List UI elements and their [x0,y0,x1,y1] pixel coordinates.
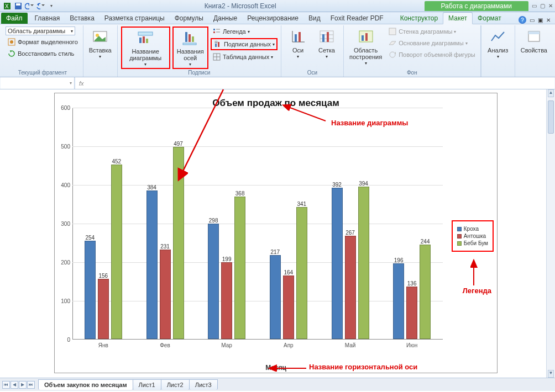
redo-icon[interactable] [35,1,45,11]
plot-area[interactable]: 0100200300400500600Янв254156452Фев384231… [72,108,443,351]
data-table-button[interactable]: Таблица данных▾ [211,52,278,62]
minimize-ribbon-icon[interactable]: ▭ [530,17,535,23]
close-workbook-icon[interactable]: ✕ [546,17,551,23]
ribbon: Область диаграммы▾ Формат выделенного Во… [0,24,555,77]
svg-rect-38 [389,28,396,35]
save-icon[interactable] [13,1,23,11]
tab-page-layout[interactable]: Разметка страницы [100,13,170,24]
data-label: 217 [270,249,280,255]
format-selection-button[interactable]: Формат выделенного [6,37,80,47]
tab-data[interactable]: Данные [208,13,242,24]
scroll-thumb[interactable] [548,100,554,134]
quick-access-toolbar: X ▾ [2,1,56,11]
chart-element-combo[interactable]: Область диаграммы▾ [6,27,75,35]
chart-title-button[interactable]: Название диаграммы▾ [121,27,170,69]
sheet-tab-bar: ⏮ ◀ ▶ ⏭ Объем закупок по месяцам Лист1 Л… [0,378,555,391]
axis-titles-icon [181,29,199,47]
data-labels-button[interactable]: 12Подписи данных▾ [211,38,278,50]
bar[interactable]: 231 [160,250,171,339]
legend-item[interactable]: Антошка [457,233,488,239]
tab-insert[interactable]: Вставка [65,13,100,24]
formula-input[interactable]: fx [76,77,554,89]
rotation-button[interactable]: Поворот объемной фигуры [386,50,477,60]
x-axis-title[interactable]: Месяц [55,364,497,372]
qat-customize-icon[interactable]: ▾ [46,1,56,11]
bar[interactable]: 164 [283,276,294,339]
bar[interactable]: 199 [221,262,232,339]
undo-icon[interactable] [24,1,34,11]
tab-view[interactable]: Вид [303,13,326,24]
plot-area-button[interactable]: Область построения▾ [347,27,384,67]
bar[interactable]: 217 [270,255,281,339]
reset-icon [7,49,16,58]
chart-legend[interactable]: КрохаАнтошкаБеби Бум [452,220,494,252]
bar[interactable]: 298 [208,224,219,339]
sheet-tab-2[interactable]: Лист2 [161,379,190,390]
excel-icon[interactable]: X [2,1,12,11]
tab-formulas[interactable]: Формулы [170,13,208,24]
y-tick: 400 [61,182,70,188]
analysis-button[interactable]: Анализ▾ [485,27,511,60]
tab-foxit[interactable]: Foxit Reader PDF [326,13,389,24]
legend-item[interactable]: Беби Бум [457,240,488,246]
axis-titles-button[interactable]: Названия осей▾ [172,27,208,69]
bar[interactable]: 497 [173,147,184,339]
properties-button[interactable]: Свойства [519,27,549,54]
tab-home[interactable]: Главная [30,13,65,24]
sheet-tab-3[interactable]: Лист3 [189,379,218,390]
bar[interactable]: 254 [85,241,96,339]
bar[interactable]: 392 [332,188,343,339]
sheet-tab-active[interactable]: Объем закупок по месяцам [38,379,133,390]
tab-nav-prev[interactable]: ◀ [11,381,18,389]
chart-object[interactable]: Объем продаж по месяцам 0100200300400500… [54,93,498,373]
tab-file[interactable]: Файл [1,13,28,24]
bar[interactable]: 368 [234,197,245,339]
data-label: 231 [160,243,170,250]
bar[interactable]: 244 [420,245,431,339]
svg-rect-34 [327,32,329,42]
bar[interactable]: 452 [111,165,122,339]
axes-button[interactable]: Оси▾ [285,27,311,60]
legend-swatch [457,241,462,246]
y-tick: 500 [61,144,70,150]
help-icon[interactable]: ? [519,16,526,24]
minimize-icon[interactable]: ▭ [532,3,537,9]
maximize-icon[interactable]: ▢ [540,3,545,9]
name-box[interactable]: ▾ [1,77,75,89]
tab-review[interactable]: Рецензирование [242,13,303,24]
chart-wall-button[interactable]: Стенка диаграммы▾ [386,27,477,36]
insert-button[interactable]: Вставка▾ [87,27,114,60]
svg-rect-13 [189,34,191,42]
gridlines-button[interactable]: Сетка▾ [313,27,340,60]
scroll-up-icon[interactable]: ▲ [548,89,554,97]
bar[interactable]: 384 [146,190,158,339]
bar[interactable]: 156 [98,279,109,339]
bar[interactable]: 394 [358,187,369,339]
legend-item[interactable]: Кроха [457,226,488,232]
bar[interactable]: 341 [296,207,307,339]
chart-title[interactable]: Объем продаж по месяцам [55,98,497,109]
bar[interactable]: 196 [393,263,404,339]
svg-rect-20 [215,44,217,47]
tab-nav-next[interactable]: ▶ [19,381,27,389]
tab-format[interactable]: Формат [473,13,506,24]
vertical-scrollbar[interactable]: ▲ ▼ [546,89,555,378]
tab-nav-first[interactable]: ⏮ [2,381,10,389]
scroll-down-icon[interactable]: ▼ [548,370,554,378]
gridlines-icon [318,28,336,46]
svg-rect-11 [146,39,148,43]
bar[interactable]: 267 [345,236,356,339]
restore-window-icon[interactable]: ▣ [538,17,543,23]
tab-design[interactable]: Конструктор [395,13,443,24]
group-labels: Название диаграммы▾ Названия осей▾ Леген… [118,25,281,77]
bar[interactable]: 136 [406,287,417,339]
tab-layout[interactable]: Макет [443,12,473,24]
close-icon[interactable]: ✕ [548,3,553,9]
svg-rect-19 [216,31,220,33]
reset-style-button[interactable]: Восстановить стиль [6,49,80,59]
plot-area-icon [357,28,375,46]
tab-nav-last[interactable]: ⏭ [27,381,35,389]
legend-button[interactable]: Легенда▾ [211,27,278,36]
chart-floor-button[interactable]: Основание диаграммы▾ [386,38,477,48]
sheet-tab-1[interactable]: Лист1 [133,379,161,390]
